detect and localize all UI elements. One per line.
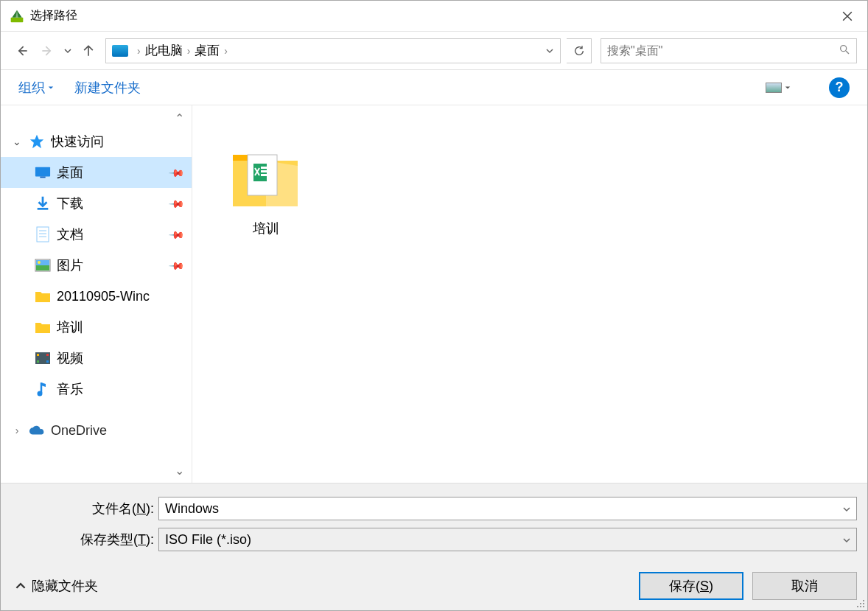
tree-label: 桌面 [57, 164, 164, 181]
filename-input[interactable] [165, 501, 837, 517]
up-button[interactable] [77, 40, 99, 62]
organize-button[interactable]: 组织 [18, 79, 54, 97]
filename-label: 文件名(N): [11, 500, 158, 517]
search-input[interactable] [607, 44, 839, 57]
svg-rect-7 [40, 177, 45, 178]
tree-documents[interactable]: 文档 📌 [1, 219, 192, 250]
organize-label: 组织 [18, 79, 45, 97]
svg-point-4 [841, 45, 847, 51]
tree-onedrive[interactable]: › OneDrive [1, 415, 192, 446]
chevron-right-icon[interactable]: › [187, 45, 191, 57]
tree-downloads[interactable]: 下载 📌 [1, 188, 192, 219]
scroll-down-icon[interactable]: ⌄ [171, 462, 187, 478]
svg-rect-18 [37, 354, 39, 356]
footer: 隐藏文件夹 保存(S) 取消 [1, 562, 867, 610]
svg-rect-27 [261, 174, 270, 176]
download-icon [35, 195, 51, 212]
resize-grip[interactable] [854, 597, 866, 609]
refresh-button[interactable] [567, 38, 592, 63]
filetype-value: ISO File (*.iso) [165, 532, 843, 548]
chevron-right-icon[interactable]: › [224, 45, 228, 57]
tree-label: 图片 [57, 256, 164, 274]
tree-label: OneDrive [51, 423, 192, 439]
cloud-icon [29, 422, 45, 439]
folder-name: 培训 [253, 220, 279, 237]
music-icon [35, 381, 51, 397]
pin-icon: 📌 [168, 256, 185, 273]
help-button[interactable]: ? [829, 77, 850, 98]
titlebar: 选择路径 [1, 1, 867, 32]
tree-label: 文档 [57, 226, 164, 243]
document-icon [35, 226, 51, 242]
search-box[interactable] [601, 38, 857, 63]
tree-videos[interactable]: 视频 [1, 343, 192, 374]
close-button[interactable] [830, 1, 864, 31]
forward-button[interactable] [36, 40, 58, 62]
hide-folders-label: 隐藏文件夹 [32, 577, 98, 595]
folder-icon [35, 319, 51, 335]
tree-music[interactable]: 音乐 [1, 374, 192, 405]
tree-label: 下载 [57, 195, 164, 212]
picture-icon [766, 83, 782, 93]
svg-rect-14 [36, 265, 49, 270]
view-options-button[interactable] [761, 80, 795, 96]
svg-rect-20 [46, 354, 49, 356]
tree-label: 培训 [57, 318, 192, 336]
address-bar[interactable]: › 此电脑 › 桌面 › [105, 38, 561, 63]
breadcrumb-desktop[interactable]: 桌面 [195, 41, 220, 60]
filename-field-wrap[interactable] [158, 497, 857, 520]
tree-label: 视频 [57, 349, 192, 367]
desktop-icon [35, 164, 51, 181]
svg-rect-19 [37, 360, 39, 363]
svg-point-16 [38, 261, 41, 264]
svg-rect-9 [37, 227, 49, 242]
recent-dropdown[interactable] [61, 40, 74, 62]
pin-icon: 📌 [168, 195, 185, 212]
svg-rect-25 [261, 167, 270, 169]
filetype-label: 保存类型(T): [11, 531, 158, 548]
tree-label: 快速访问 [51, 133, 192, 150]
tree-desktop[interactable]: 桌面 📌 [1, 157, 192, 188]
hide-folders-toggle[interactable]: 隐藏文件夹 [15, 577, 98, 595]
folder-icon [35, 288, 51, 304]
address-dropdown[interactable] [541, 39, 559, 63]
sidebar: ⌃ ⌄ 快速访问 桌面 📌 下载 📌 [1, 105, 192, 483]
expand-icon[interactable]: › [11, 425, 23, 436]
file-panel: 文件名(N): 保存类型(T): ISO File (*.iso) [1, 483, 867, 562]
newfolder-label: 新建文件夹 [74, 79, 141, 97]
window-title: 选择路径 [30, 8, 830, 24]
svg-rect-21 [46, 360, 49, 363]
save-button[interactable]: 保存(S) [639, 572, 743, 600]
tree-quickaccess[interactable]: ⌄ 快速访问 [1, 126, 192, 157]
folder-large-icon [225, 133, 307, 214]
scroll-up-icon[interactable]: ⌃ [171, 110, 187, 126]
svg-rect-0 [11, 17, 24, 22]
chevron-right-icon[interactable]: › [137, 45, 141, 57]
content-area[interactable]: 培训 [192, 105, 867, 483]
star-icon [29, 133, 45, 150]
folder-item[interactable]: 培训 [214, 128, 318, 242]
pin-icon: 📌 [168, 164, 185, 181]
breadcrumb-pc[interactable]: 此电脑 [145, 41, 183, 60]
search-icon[interactable] [839, 43, 850, 58]
svg-point-22 [38, 391, 43, 397]
video-icon [35, 350, 51, 366]
back-button[interactable] [11, 40, 33, 62]
collapse-icon[interactable]: ⌄ [11, 136, 23, 147]
tree-folder-winc[interactable]: 20110905-Winc [1, 281, 192, 312]
svg-rect-26 [261, 170, 270, 172]
tree-folder-peixun[interactable]: 培训 [1, 312, 192, 343]
pc-icon [112, 45, 128, 57]
filetype-select[interactable]: ISO File (*.iso) [158, 528, 857, 551]
newfolder-button[interactable]: 新建文件夹 [74, 79, 141, 97]
filename-dropdown[interactable] [837, 501, 850, 517]
svg-line-5 [846, 51, 849, 54]
filetype-dropdown-icon [843, 532, 850, 548]
nav-row: › 此电脑 › 桌面 › [1, 32, 867, 70]
svg-rect-6 [35, 167, 50, 177]
tree-label: 20110905-Winc [57, 289, 192, 304]
cancel-button[interactable]: 取消 [752, 572, 857, 600]
tree-pictures[interactable]: 图片 📌 [1, 250, 192, 281]
pictures-icon [35, 257, 51, 273]
app-icon [10, 9, 24, 24]
